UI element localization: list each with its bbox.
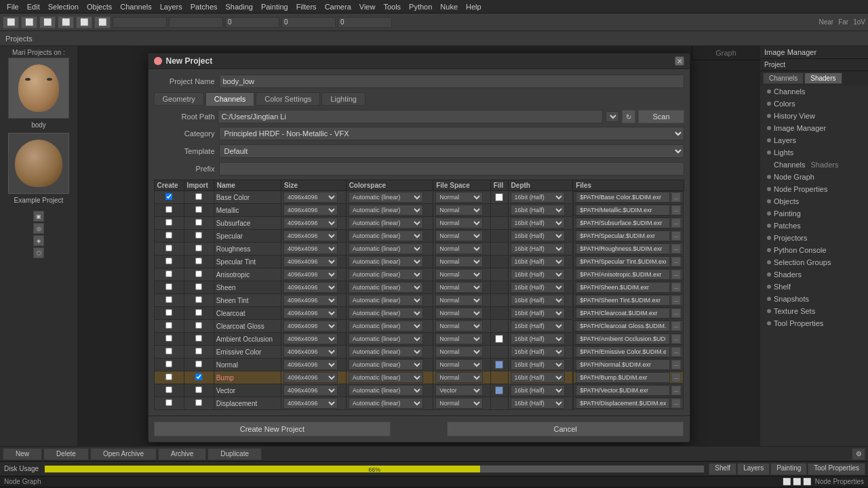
size-select[interactable]: 4096x4096 bbox=[283, 308, 338, 319]
colorspace-select[interactable]: Automatic (linear) bbox=[349, 372, 423, 383]
file-browse-button[interactable]: ... bbox=[671, 360, 681, 369]
new-button[interactable]: New bbox=[3, 448, 42, 460]
file-browse-button[interactable]: ... bbox=[671, 270, 681, 279]
fill-color-swatch[interactable] bbox=[495, 335, 503, 343]
menu-nuke[interactable]: Nuke bbox=[436, 3, 462, 11]
colorspace-select[interactable]: Automatic (linear) bbox=[349, 192, 423, 203]
create-checkbox[interactable] bbox=[165, 270, 172, 277]
toolbar-input-4[interactable] bbox=[281, 17, 336, 28]
file-path-input[interactable] bbox=[576, 295, 670, 306]
colorspace-select[interactable]: Automatic (linear) bbox=[349, 385, 423, 396]
create-checkbox[interactable] bbox=[165, 322, 172, 329]
create-checkbox[interactable] bbox=[165, 206, 172, 213]
sidebar-item-projectors[interactable]: Projectors bbox=[760, 232, 868, 244]
fill-color-swatch[interactable] bbox=[495, 386, 503, 394]
size-select[interactable]: 4096x4096 bbox=[283, 346, 338, 357]
import-checkbox[interactable] bbox=[195, 296, 202, 303]
colorspace-select[interactable]: Automatic (linear) bbox=[349, 230, 423, 241]
root-path-dropdown[interactable] bbox=[606, 111, 619, 122]
painting-tab[interactable]: Painting bbox=[770, 463, 807, 475]
create-checkbox[interactable] bbox=[165, 296, 172, 303]
file-path-input[interactable] bbox=[576, 346, 670, 357]
file-path-input[interactable] bbox=[576, 372, 670, 383]
archive-button[interactable]: Archive bbox=[158, 448, 206, 460]
import-checkbox[interactable] bbox=[195, 206, 202, 213]
toolbar-input-1[interactable] bbox=[113, 17, 167, 28]
size-select[interactable]: 4096x4096 bbox=[283, 321, 338, 331]
colorspace-select[interactable]: Automatic (linear) bbox=[349, 205, 423, 216]
depth-select[interactable]: 16bit (Half) bbox=[511, 359, 565, 370]
sidebar-item-lights[interactable]: Lights bbox=[760, 146, 868, 159]
file-browse-button[interactable]: ... bbox=[671, 296, 681, 305]
import-checkbox[interactable] bbox=[195, 283, 202, 290]
menu-objects[interactable]: Objects bbox=[83, 3, 116, 11]
file-browse-button[interactable]: ... bbox=[671, 386, 681, 395]
category-select[interactable]: Principled HRDF - Non-Metallic - VFX bbox=[219, 127, 684, 140]
colorspace-select[interactable]: Automatic (linear) bbox=[349, 218, 423, 228]
shelf-tab[interactable]: Shelf bbox=[709, 463, 736, 475]
depth-select[interactable]: 16bit (Half) bbox=[511, 398, 565, 409]
create-checkbox[interactable] bbox=[165, 258, 172, 264]
colorspace-select[interactable]: Automatic (linear) bbox=[349, 398, 423, 409]
filespace-select[interactable]: Normal bbox=[435, 346, 483, 357]
create-checkbox[interactable] bbox=[165, 245, 172, 251]
file-path-input[interactable] bbox=[576, 218, 670, 228]
sidebar-item-channels[interactable]: Channels bbox=[760, 85, 868, 98]
create-checkbox[interactable] bbox=[165, 193, 172, 200]
depth-select[interactable]: 16bit (Half) bbox=[511, 256, 565, 267]
file-browse-button[interactable]: ... bbox=[671, 192, 681, 202]
file-path-input[interactable] bbox=[576, 192, 670, 203]
project-name-input[interactable] bbox=[219, 75, 684, 88]
size-select[interactable]: 4096x4096 bbox=[283, 218, 338, 228]
filespace-select[interactable]: Normal bbox=[435, 269, 483, 280]
colorspace-select[interactable]: Automatic (linear) bbox=[349, 308, 423, 319]
menu-edit[interactable]: Edit bbox=[23, 3, 44, 11]
file-browse-button[interactable]: ... bbox=[671, 334, 681, 344]
depth-select[interactable]: 16bit (Half) bbox=[511, 205, 565, 216]
colorspace-select[interactable]: Automatic (linear) bbox=[349, 269, 423, 280]
side-icon-2[interactable]: ◎ bbox=[33, 223, 44, 234]
filespace-select[interactable]: Normal bbox=[435, 192, 483, 203]
file-path-input[interactable] bbox=[576, 398, 670, 409]
colorspace-select[interactable]: Automatic (linear) bbox=[349, 282, 423, 293]
filespace-select[interactable]: Normal bbox=[435, 282, 483, 293]
sidebar-item-tool-props[interactable]: Tool Properties bbox=[760, 317, 868, 329]
size-select[interactable]: 4096x4096 bbox=[283, 372, 338, 383]
depth-select[interactable]: 16bit (Half) bbox=[511, 192, 565, 203]
create-checkbox[interactable] bbox=[165, 232, 172, 239]
delete-button[interactable]: Delete bbox=[43, 448, 89, 460]
prefix-input[interactable] bbox=[219, 162, 684, 176]
filespace-select[interactable]: Normal bbox=[435, 359, 483, 370]
depth-select[interactable]: 16bit (Half) bbox=[511, 346, 565, 357]
menu-layers[interactable]: Layers bbox=[156, 3, 186, 11]
filespace-select[interactable]: Normal bbox=[435, 321, 483, 331]
sidebar-item-image-manager[interactable]: Image Manager bbox=[760, 122, 868, 134]
file-path-input[interactable] bbox=[576, 205, 670, 216]
create-checkbox[interactable] bbox=[165, 219, 172, 226]
file-browse-button[interactable]: ... bbox=[671, 244, 681, 253]
size-select[interactable]: 4096x4096 bbox=[283, 282, 338, 293]
side-icon-1[interactable]: ▣ bbox=[33, 211, 44, 222]
file-browse-button[interactable]: ... bbox=[671, 231, 681, 241]
layers-tab[interactable]: Layers bbox=[737, 463, 770, 475]
root-path-input[interactable] bbox=[218, 110, 604, 123]
sidebar-item-colors[interactable]: Colors bbox=[760, 98, 868, 110]
sidebar-item-patches[interactable]: Patches bbox=[760, 220, 868, 232]
root-path-icon-btn[interactable]: ↻ bbox=[622, 110, 635, 123]
size-select[interactable]: 4096x4096 bbox=[283, 333, 338, 344]
sidebar-item-shaders[interactable]: Shaders bbox=[760, 268, 868, 281]
toolbar-input-3[interactable] bbox=[225, 17, 279, 28]
menu-camera[interactable]: Camera bbox=[321, 3, 355, 11]
filespace-select[interactable]: Normal bbox=[435, 256, 483, 267]
sidebar-item-objects[interactable]: Objects bbox=[760, 195, 868, 207]
menu-channels[interactable]: Channels bbox=[116, 3, 155, 11]
colorspace-select[interactable]: Automatic (linear) bbox=[349, 346, 423, 357]
depth-select[interactable]: 16bit (Half) bbox=[511, 230, 565, 241]
colorspace-select[interactable]: Automatic (linear) bbox=[349, 256, 423, 267]
import-checkbox[interactable] bbox=[195, 399, 202, 406]
size-select[interactable]: 4096x4096 bbox=[283, 230, 338, 241]
colorspace-select[interactable]: Automatic (linear) bbox=[349, 295, 423, 306]
sidebar-item-snapshots[interactable]: Snapshots bbox=[760, 293, 868, 305]
import-checkbox[interactable] bbox=[195, 232, 202, 239]
file-browse-button[interactable]: ... bbox=[671, 321, 681, 331]
